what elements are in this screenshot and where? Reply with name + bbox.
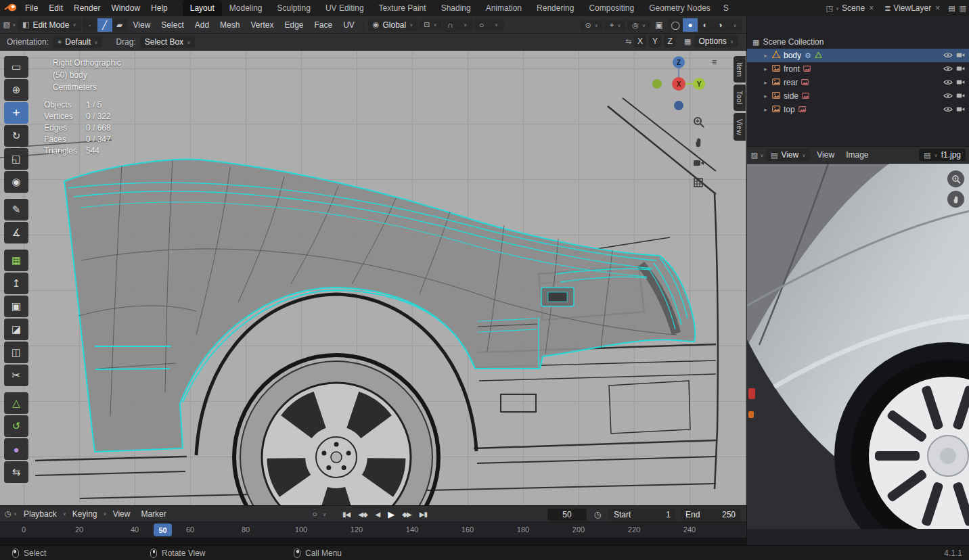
tool-transform-button[interactable]: ◉ [4,171,28,193]
hide-eye-icon[interactable] [943,51,953,60]
disable-render-camera-icon[interactable] [956,91,965,101]
mirror-y-button[interactable]: Y [649,35,661,47]
pivot-point-dropdown[interactable]: ⊡ ∨ [419,20,441,30]
pan-hand-icon[interactable] [690,134,706,150]
modifier-wrench-icon[interactable]: ⚙ [805,52,811,60]
current-frame-field[interactable]: 50 [547,509,587,521]
new-viewlayer-icon[interactable]: ▤ [948,5,955,12]
outliner-row-front[interactable]: ▸ front [747,62,969,76]
tool-edge-slide-button[interactable]: ⇆ [4,461,28,483]
timeline-scrollbar[interactable] [0,538,746,545]
drag-dropdown[interactable]: Select Box ∨ [140,36,196,48]
play-reverse-button[interactable]: ◀ [371,507,384,521]
workspace-tab-geometry-nodes[interactable]: Geometry Nodes [641,0,718,16]
proportional-falloff-caret[interactable]: ∨ [489,18,504,32]
mirror-x-button[interactable]: X [634,35,646,47]
hide-eye-icon[interactable] [943,105,953,114]
editor-type-timeline-icon[interactable]: ◷ ∨ [4,507,18,521]
mirror-icon[interactable]: ⇋ [625,38,631,45]
sidebar-tab-tool[interactable]: Tool [734,85,746,110]
edge-select-mode-button[interactable]: ╱ [97,18,112,32]
viewport-menu-edge[interactable]: Edge [279,20,308,30]
tool-cursor-button[interactable]: ⊕ [4,79,28,101]
auto-keying-record-icon[interactable]: ○ [308,507,321,521]
tool-smooth-button[interactable]: ● [4,438,28,460]
shading-solid-button[interactable]: ● [683,18,698,32]
sidebar-tab-view[interactable]: View [734,113,746,141]
shading-dropdown-caret[interactable]: ∨ [727,18,742,32]
hide-eye-icon[interactable] [943,64,953,74]
shading-wireframe-button[interactable]: ◯ [668,18,683,32]
tool-loop-cut-button[interactable]: ◫ [4,342,28,363]
viewlayer-extras-icon[interactable]: ▥ [960,5,966,12]
tool-scale-button[interactable]: ◱ [4,148,28,170]
workspace-tab-animation[interactable]: Animation [478,0,529,16]
outliner-row-top[interactable]: ▸ top [747,103,969,116]
zoom-icon[interactable] [690,114,706,130]
frame-start-field[interactable]: Start 1 [608,509,676,521]
tool-measure-button[interactable]: ∡ [4,222,28,243]
viewlayer-selector[interactable]: ≣ ViewLayer × [882,3,944,13]
viewport-menu-mesh[interactable]: Mesh [215,20,244,30]
workspace-tab-shading[interactable]: Shading [434,0,478,16]
image-editor-mode-dropdown[interactable]: ▤ View ∨ [766,149,810,161]
workspace-tab-sculpting[interactable]: Sculpting [270,0,318,16]
mirror-z-button[interactable]: Z [664,35,676,47]
options-dropdown[interactable]: Options ∨ [694,35,738,47]
viewport-menu-uv[interactable]: UV [338,20,359,30]
current-frame-playhead[interactable]: 50 [154,523,172,536]
expand-chevron-icon[interactable]: ▸ [763,66,769,72]
tool-poly-build-button[interactable]: △ [4,392,28,414]
workspace-tab-texture-paint[interactable]: Texture Paint [371,0,434,16]
tool-annotate-button[interactable]: ✎ [4,199,28,220]
menu-help[interactable]: Help [145,0,173,16]
viewport-menu-view[interactable]: View [129,20,156,30]
tool-spin-button[interactable]: ↺ [4,415,28,437]
disable-render-camera-icon[interactable] [956,78,965,87]
timeline-menu-view[interactable]: View [108,509,135,519]
scene-unlink-icon[interactable]: × [867,3,875,13]
tool-extrude-button[interactable]: ↥ [4,273,28,294]
image-editor-menu-view[interactable]: View [812,150,839,160]
camera-view-icon[interactable] [690,154,706,170]
disable-render-camera-icon[interactable] [956,51,965,60]
outliner-row-rear[interactable]: ▸ rear [747,76,969,89]
workspace-tab-modeling[interactable]: Modeling [222,0,270,16]
navigation-gizmo[interactable]: Z Y X [652,56,705,110]
face-select-mode-button[interactable]: ▰ [112,18,127,32]
outliner-row-scene-collection[interactable]: ▦ Scene Collection [747,35,969,49]
viewport-menu-face[interactable]: Face [309,20,337,30]
jump-to-end-button[interactable]: ▶▮ [415,507,431,521]
toggle-xray-button[interactable]: ▣ [652,18,666,32]
viewport-menu-vertex[interactable]: Vertex [246,20,278,30]
disable-render-camera-icon[interactable] [956,105,965,114]
preview-range-clock-icon[interactable]: ◷ [591,508,604,521]
image-data-icon[interactable] [801,78,809,87]
workspace-tab-layout[interactable]: Layout [183,0,222,16]
mesh-data-icon[interactable] [815,51,822,60]
timeline-menu-keying[interactable]: Keying [68,509,102,519]
next-keyframe-button[interactable]: ◆▶ [398,507,415,521]
tool-move-button[interactable]: + [4,102,28,124]
selectability-visibility-dropdown[interactable]: ⊙ ∨ [581,20,603,30]
transform-orientation-dropdown[interactable]: ◉ Global ∨ [368,19,418,31]
tool-inset-faces-button[interactable]: ▣ [4,296,28,317]
show-gizmo-dropdown[interactable]: ⌖ ∨ [605,20,625,30]
previous-keyframe-button[interactable]: ◀◆ [354,507,371,521]
expand-chevron-icon[interactable]: ▸ [763,106,769,113]
disable-render-camera-icon[interactable] [956,64,965,74]
image-pan-hand-icon[interactable] [947,191,964,208]
blender-logo-icon[interactable] [4,3,17,14]
viewport-canvas[interactable]: Z Y X [0,51,746,505]
mode-dropdown[interactable]: ◧ Edit Mode ∨ [18,19,81,31]
editor-type-image-icon[interactable]: ▨ ∨ [750,148,764,162]
outliner-row-body[interactable]: ▸ body ⚙ [747,49,969,62]
snap-dropdown-caret[interactable]: ∨ [458,18,473,32]
timeline-menu-playback[interactable]: Playback [19,509,62,519]
image-datablock-selector[interactable]: ▤ ∨ f1.jpg [919,149,966,161]
image-editor-canvas[interactable] [747,164,969,529]
menu-edit[interactable]: Edit [43,0,68,16]
gizmo-y-neg-axis[interactable] [652,79,662,89]
image-zoom-icon[interactable] [947,170,964,187]
viewport-menu-add[interactable]: Add [190,20,214,30]
